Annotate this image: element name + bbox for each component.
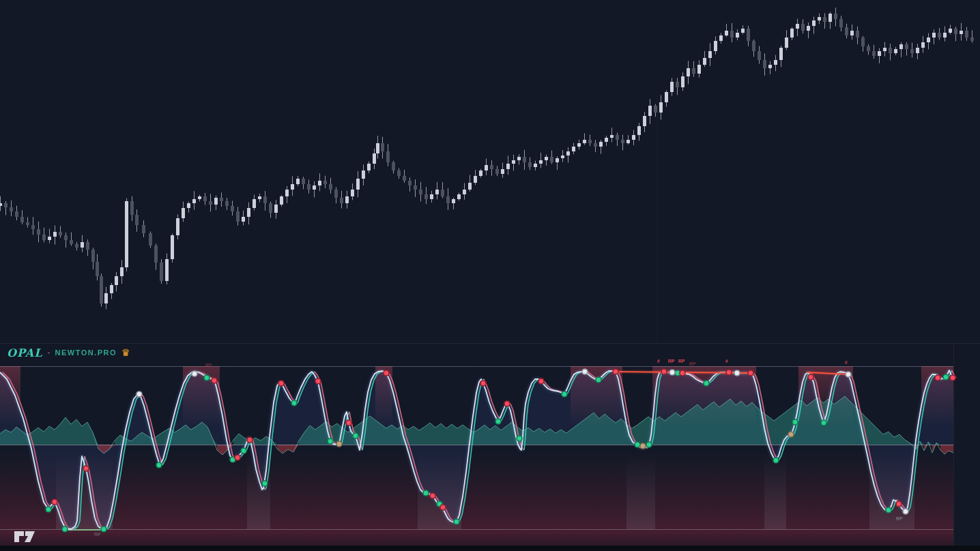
tradingview-logo[interactable] <box>14 529 38 544</box>
tradingview-chart-window: OPAL - NEWTON.PRO ♛ <box>0 0 980 551</box>
indicator-title: OPAL <box>7 346 42 359</box>
crown-icon: ♛ <box>121 348 130 357</box>
indicator-legend[interactable]: OPAL - NEWTON.PRO ♛ <box>7 346 130 359</box>
tv-logo-v-shape <box>25 531 35 542</box>
indicator-separator: - <box>47 348 50 357</box>
chart-canvas[interactable] <box>0 0 980 551</box>
indicator-subtitle: NEWTON.PRO <box>55 348 117 357</box>
tv-logo-t-shape <box>14 531 24 542</box>
